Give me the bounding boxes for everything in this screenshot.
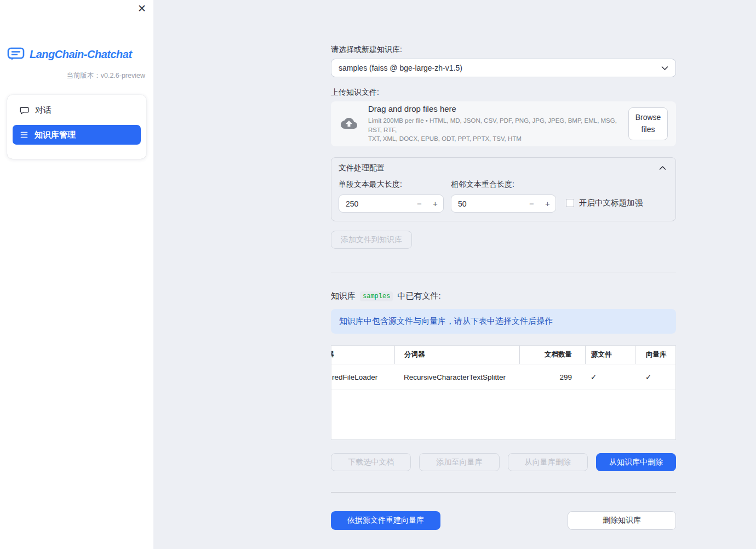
divider — [331, 492, 676, 493]
zh-title-label: 开启中文标题加强 — [579, 198, 643, 208]
files-heading: 知识库 samples 中已有文件: — [331, 291, 676, 301]
chunk-minus-button[interactable]: − — [411, 199, 427, 208]
dropzone-title: Drag and drop files here — [368, 104, 619, 113]
kb-action-buttons: 依据源文件重建向量库 删除知识库 — [331, 511, 676, 530]
table-row[interactable]: redFileLoader RecursiveCharacterTextSpli… — [331, 364, 675, 390]
add-to-vector-button[interactable]: 添加至向量库 — [419, 453, 499, 471]
files-table: 器 分词器 文档数量 源文件 向量库 redFileLoader Recursi… — [331, 345, 676, 440]
chevron-up-icon — [659, 165, 666, 170]
header-loader[interactable]: 器 — [331, 346, 394, 364]
browse-files-button[interactable]: Browse files — [628, 107, 668, 140]
app-title: LangChain-Chatchat — [30, 48, 132, 61]
app-logo: LangChain-Chatchat — [7, 47, 153, 61]
cell-vector-check: ✓ — [635, 364, 675, 390]
chunk-size-group: 单段文本最大长度: 250 − + — [339, 180, 444, 213]
sidebar-item-label: 对话 — [35, 105, 51, 116]
overlap-plus-button[interactable]: + — [540, 199, 555, 208]
overlap-size-value: 50 — [451, 199, 524, 208]
header-source-file-text: 源文件 — [591, 350, 612, 359]
header-vector-store[interactable]: 向量库 — [635, 346, 675, 364]
download-selected-button[interactable]: 下载选中文档 — [331, 453, 411, 471]
kb-select-value: samples (faiss @ bge-large-zh-v1.5) — [339, 64, 462, 72]
header-loader-text: 器 — [331, 350, 334, 359]
divider — [331, 272, 676, 272]
close-sidebar-icon[interactable]: ✕ — [138, 3, 146, 14]
chat-bubble-icon — [20, 106, 29, 115]
heading-suffix: 中已有文件: — [397, 291, 440, 301]
overlap-size-label: 相邻文本重合长度: — [451, 180, 556, 190]
list-icon — [20, 130, 28, 139]
zh-title-checkbox[interactable] — [566, 199, 574, 207]
expander-header[interactable]: 文件处理配置 — [331, 158, 675, 178]
table-empty-area — [331, 390, 675, 439]
delete-from-vector-button[interactable]: 从向量库删除 — [508, 453, 588, 471]
cell-doc-count: 299 — [519, 364, 585, 390]
zh-title-check-group: 开启中文标题加强 — [566, 198, 643, 213]
cell-source-check: ✓ — [585, 364, 635, 390]
rebuild-vector-store-button[interactable]: 依据源文件重建向量库 — [331, 511, 440, 530]
heading-prefix: 知识库 — [331, 291, 356, 301]
cell-splitter: RecursiveCharacterTextSplitter — [394, 364, 519, 390]
sidebar-menu: 对话 知识库管理 — [7, 95, 146, 159]
chunk-size-label: 单段文本最大长度: — [339, 180, 444, 190]
chunk-size-input[interactable]: 250 − + — [339, 195, 444, 213]
sidebar-item-dialogue[interactable]: 对话 — [13, 100, 141, 120]
header-doc-count-text: 文档数量 — [545, 350, 572, 359]
kb-select[interactable]: samples (faiss @ bge-large-zh-v1.5) — [331, 59, 676, 77]
chunk-size-value: 250 — [339, 199, 411, 208]
sidebar-item-label: 知识库管理 — [35, 130, 76, 140]
overlap-size-group: 相邻文本重合长度: 50 − + — [451, 180, 556, 213]
delete-from-kb-button[interactable]: 从知识库中删除 — [596, 453, 676, 471]
expander-title: 文件处理配置 — [339, 163, 385, 173]
logo-chat-icon — [7, 47, 25, 61]
limit-line-1: Limit 200MB per file • HTML, MD, JSON, C… — [368, 117, 617, 133]
limit-line-2: TXT, XML, DOCX, EPUB, ODT, PPT, PPTX, TS… — [368, 135, 522, 142]
header-splitter[interactable]: 分词器 — [394, 346, 519, 364]
kb-select-label: 请选择或新建知识库: — [331, 45, 676, 55]
file-dropzone[interactable]: Drag and drop files here Limit 200MB per… — [331, 101, 676, 146]
sidebar-item-knowledge-base[interactable]: 知识库管理 — [13, 125, 141, 145]
chunk-plus-button[interactable]: + — [427, 199, 443, 208]
kb-name-code: samples — [360, 291, 393, 301]
header-splitter-text: 分词器 — [404, 350, 425, 359]
cloud-upload-icon — [339, 115, 359, 133]
dropzone-texts: Drag and drop files here Limit 200MB per… — [368, 104, 619, 144]
version-label: 当前版本：v0.2.6-preview — [0, 71, 153, 81]
header-doc-count[interactable]: 文档数量 — [519, 346, 585, 364]
chevron-down-icon — [661, 66, 668, 71]
add-files-button[interactable]: 添加文件到知识库 — [331, 231, 412, 249]
overlap-minus-button[interactable]: − — [524, 199, 540, 208]
file-config-expander: 文件处理配置 单段文本最大长度: 250 − + 相邻文本重合长度: 50 — [331, 157, 676, 221]
file-action-buttons: 下载选中文档 添加至向量库 从向量库删除 从知识库中删除 — [331, 453, 676, 471]
main-content: 请选择或新建知识库: samples (faiss @ bge-large-zh… — [331, 0, 676, 530]
upload-label: 上传知识文件: — [331, 88, 676, 98]
overlap-size-input[interactable]: 50 − + — [451, 195, 556, 213]
expander-body: 单段文本最大长度: 250 − + 相邻文本重合长度: 50 − + 开启中文标… — [331, 178, 675, 221]
header-vector-store-text: 向量库 — [646, 350, 667, 359]
dropzone-limits: Limit 200MB per file • HTML, MD, JSON, C… — [368, 116, 619, 144]
cell-loader: redFileLoader — [331, 364, 394, 390]
info-banner: 知识库中包含源文件与向量库，请从下表中选择文件后操作 — [331, 309, 676, 334]
header-source-file[interactable]: 源文件 — [585, 346, 635, 364]
table-header-row: 器 分词器 文档数量 源文件 向量库 — [331, 346, 675, 364]
delete-kb-button[interactable]: 删除知识库 — [568, 511, 676, 530]
sidebar: ✕ LangChain-Chatchat 当前版本：v0.2.6-preview… — [0, 0, 153, 549]
